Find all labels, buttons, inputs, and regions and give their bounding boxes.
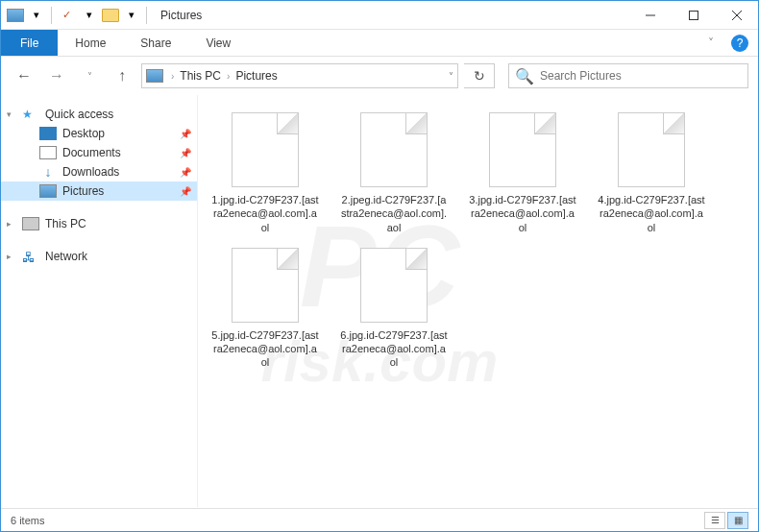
file-thumbnail <box>232 112 299 187</box>
view-details-button[interactable]: ☰ <box>704 512 725 529</box>
help-icon[interactable]: ? <box>731 35 748 52</box>
pin-icon: 📌 <box>180 167 191 178</box>
address-dropdown-icon[interactable]: ˅ <box>449 71 453 82</box>
tab-share[interactable]: Share <box>123 30 188 56</box>
window-system-icon[interactable] <box>7 9 24 22</box>
tab-view[interactable]: View <box>188 30 248 56</box>
sidebar-item-pictures[interactable]: Pictures 📌 <box>1 181 197 201</box>
file-item[interactable]: 6.jpg.id-C279F237.[astra2eneca@aol.com].… <box>336 244 452 374</box>
view-large-icons-button[interactable]: ▦ <box>727 512 748 529</box>
file-item[interactable]: 3.jpg.id-C279F237.[astra2eneca@aol.com].… <box>465 109 580 238</box>
status-bar: 6 items ☰ ▦ <box>1 508 758 531</box>
sidebar-item-label: Downloads <box>62 165 119 179</box>
tab-file[interactable]: File <box>1 30 58 56</box>
svg-rect-1 <box>689 11 698 19</box>
pin-icon: 📌 <box>180 148 191 158</box>
qat-dropdown-3[interactable]: ▾ <box>121 5 142 26</box>
file-name-label: 4.jpg.id-C279F237.[astra2eneca@aol.com].… <box>598 193 705 234</box>
sidebar-quick-access[interactable]: ▾ ★ Quick access <box>1 105 197 124</box>
refresh-button[interactable]: ↻ <box>464 63 495 88</box>
minimize-button[interactable] <box>628 1 672 29</box>
file-thumbnail <box>232 248 299 323</box>
close-button[interactable] <box>715 1 758 29</box>
page-fold-icon <box>277 113 298 134</box>
search-icon: 🔍 <box>515 67 534 85</box>
qat-dropdown-2[interactable]: ▾ <box>79 5 100 26</box>
file-item[interactable]: 2.jpeg.id-C279F237.[astra2eneca@aol.com]… <box>336 109 452 238</box>
file-item[interactable]: 1.jpg.id-C279F237.[astra2eneca@aol.com].… <box>208 109 323 238</box>
file-item[interactable]: 4.jpg.id-C279F237.[astra2eneca@aol.com].… <box>594 109 709 238</box>
file-thumbnail <box>489 112 556 187</box>
folder-icon <box>102 9 119 22</box>
sidebar-item-label: Pictures <box>62 184 104 198</box>
page-fold-icon <box>405 249 427 270</box>
file-thumbnail <box>360 112 428 187</box>
address-location-icon <box>146 69 163 83</box>
pictures-icon <box>39 184 57 198</box>
caret-right-icon[interactable]: ▸ <box>7 252 12 261</box>
file-name-label: 3.jpg.id-C279F237.[astra2eneca@aol.com].… <box>469 193 576 234</box>
qat-separator <box>51 7 52 24</box>
navigation-pane: ▾ ★ Quick access Desktop 📌 Documents 📌 ↓… <box>1 95 198 507</box>
page-fold-icon <box>277 249 298 270</box>
page-fold-icon <box>663 113 684 134</box>
address-bar-row: ← → ˅ ↑ › This PC › Pictures ˅ ↻ 🔍 <box>1 57 758 95</box>
pin-icon: 📌 <box>180 129 191 139</box>
sidebar-item-downloads[interactable]: ↓ Downloads 📌 <box>1 162 197 181</box>
chevron-right-icon[interactable]: › <box>167 71 178 82</box>
window-title: Pictures <box>160 9 202 22</box>
network-icon: 🖧 <box>22 250 39 263</box>
ribbon-tabs: File Home Share View ˅ ? <box>1 30 758 57</box>
pin-icon: 📌 <box>180 186 191 197</box>
sidebar-network[interactable]: ▸ 🖧 Network <box>1 247 197 266</box>
qat-check-icon[interactable]: ✓ <box>56 5 77 26</box>
caret-right-icon[interactable]: ▸ <box>7 219 12 229</box>
address-bar[interactable]: › This PC › Pictures ˅ <box>141 63 458 88</box>
qat-dropdown-1[interactable]: ▾ <box>26 5 47 26</box>
breadcrumb-this-pc[interactable]: This PC <box>178 69 223 83</box>
sidebar-item-documents[interactable]: Documents 📌 <box>1 143 197 162</box>
status-item-count: 6 items <box>11 515 44 526</box>
nav-forward-button[interactable]: → <box>43 62 70 89</box>
nav-recent-dropdown[interactable]: ˅ <box>76 62 103 89</box>
file-item[interactable]: 5.jpg.id-C279F237.[astra2eneca@aol.com].… <box>208 244 323 374</box>
file-thumbnail <box>360 248 428 323</box>
pc-icon <box>22 217 39 230</box>
downloads-icon: ↓ <box>39 165 57 179</box>
star-icon: ★ <box>22 108 39 121</box>
file-thumbnail <box>618 112 685 187</box>
title-bar: ▾ ✓ ▾ ▾ Pictures <box>1 1 758 30</box>
maximize-button[interactable] <box>672 1 715 29</box>
nav-back-button[interactable]: ← <box>11 62 37 89</box>
sidebar-label: Network <box>45 250 87 263</box>
desktop-icon <box>39 127 57 140</box>
title-separator <box>146 7 147 24</box>
file-list-pane[interactable]: 1.jpg.id-C279F237.[astra2eneca@aol.com].… <box>198 95 758 507</box>
search-input[interactable] <box>540 69 742 83</box>
sidebar-label: This PC <box>45 217 86 230</box>
sidebar-item-label: Documents <box>62 146 121 159</box>
ribbon-expand-icon[interactable]: ˅ <box>691 30 731 56</box>
sidebar-item-label: Desktop <box>62 127 105 140</box>
search-box[interactable]: 🔍 <box>508 63 748 88</box>
tab-home[interactable]: Home <box>58 30 123 56</box>
caret-down-icon[interactable]: ▾ <box>7 109 12 119</box>
file-name-label: 5.jpg.id-C279F237.[astra2eneca@aol.com].… <box>211 328 319 370</box>
file-name-label: 1.jpg.id-C279F237.[astra2eneca@aol.com].… <box>211 193 319 234</box>
sidebar-this-pc[interactable]: ▸ This PC <box>1 214 197 233</box>
chevron-right-icon[interactable]: › <box>223 71 233 82</box>
documents-icon <box>39 146 57 159</box>
sidebar-item-desktop[interactable]: Desktop 📌 <box>1 124 197 143</box>
page-fold-icon <box>405 113 427 134</box>
page-fold-icon <box>534 113 555 134</box>
sidebar-label: Quick access <box>45 108 113 121</box>
file-name-label: 2.jpeg.id-C279F237.[astra2eneca@aol.com]… <box>340 193 448 234</box>
file-name-label: 6.jpg.id-C279F237.[astra2eneca@aol.com].… <box>340 328 448 370</box>
breadcrumb-pictures[interactable]: Pictures <box>233 69 279 83</box>
nav-up-button[interactable]: ↑ <box>109 62 135 89</box>
